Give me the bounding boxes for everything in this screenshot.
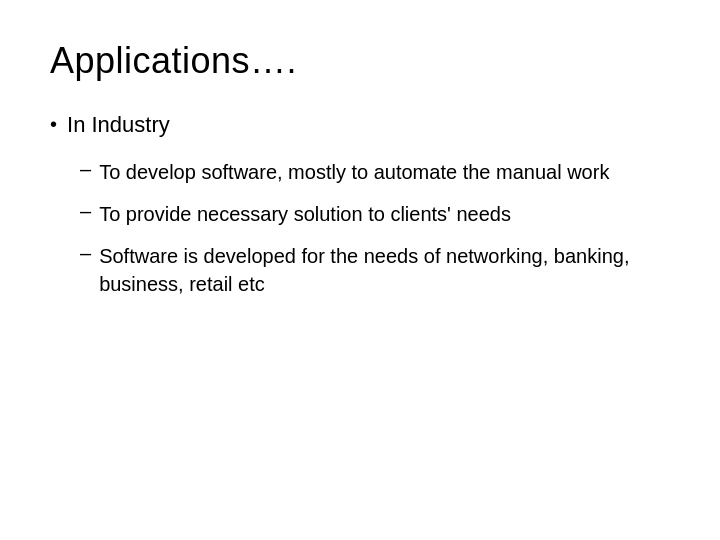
sub-bullet-text-1: To develop software, mostly to automate …: [99, 158, 609, 186]
bullet-item-industry: • In Industry: [50, 112, 670, 138]
dash-icon-3: –: [80, 242, 91, 265]
sub-bullet-text-3: Software is developed for the needs of n…: [99, 242, 670, 298]
list-item: – Software is developed for the needs of…: [80, 242, 670, 298]
bullet-dot: •: [50, 113, 57, 136]
list-item: – To provide necessary solution to clien…: [80, 200, 670, 228]
content-area: • In Industry – To develop software, mos…: [50, 112, 670, 298]
slide-title: Applications….: [50, 40, 670, 82]
dash-icon-2: –: [80, 200, 91, 223]
bullet-label-industry: In Industry: [67, 112, 170, 138]
sub-bullet-text-2: To provide necessary solution to clients…: [99, 200, 511, 228]
dash-icon-1: –: [80, 158, 91, 181]
slide: Applications…. • In Industry – To develo…: [0, 0, 720, 540]
sub-bullets-list: – To develop software, mostly to automat…: [80, 158, 670, 298]
list-item: – To develop software, mostly to automat…: [80, 158, 670, 186]
